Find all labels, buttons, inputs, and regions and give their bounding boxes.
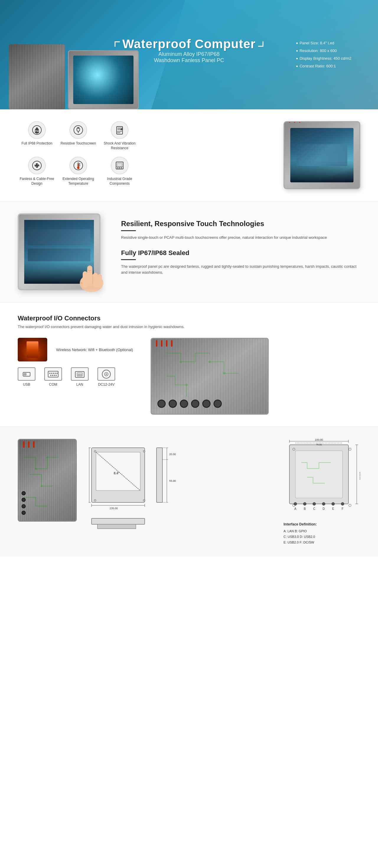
fanless-icon [28, 157, 46, 174]
ip68-icon: IP68 [28, 121, 46, 139]
features-section: IP68 Full IP68 Protection Resistive Touc… [0, 110, 378, 201]
spec-item-2: Resolution: 800 x 600 [296, 47, 351, 55]
feature-ip68: IP68 Full IP68 Protection [18, 121, 56, 151]
touch-divider-2 [121, 259, 136, 260]
svg-rect-30 [98, 274, 102, 287]
svg-text:8.4": 8.4" [114, 471, 120, 475]
hero-subtitle-line2: Washdown Fanless Panel PC [114, 57, 263, 64]
feature-fanless: Fanless & Cable-Free Design [18, 157, 56, 186]
io-section: Waterproof I/O Connectors The waterproof… [0, 303, 378, 427]
spec-top-view: 100.00 75.00 100.00 A B C D E [283, 439, 360, 517]
features-device-screen [290, 128, 353, 182]
svg-point-113 [322, 502, 325, 505]
svg-text:F: F [342, 507, 343, 510]
svg-text:55.00: 55.00 [169, 479, 176, 482]
io-left: Wireless Network: Wifi + Bluetooth (Opti… [18, 338, 133, 386]
svg-text:C: C [313, 507, 315, 510]
spec-interface-item-1: C: USB3.0 D: USB2.0 [283, 534, 360, 540]
feature-temp-label: Extended Operating Temperature [59, 177, 98, 186]
feature-shock-label: Shock And Vibration Resistance [100, 141, 139, 150]
io-device-image [150, 338, 269, 415]
feature-fanless-label: Fanless & Cable-Free Design [18, 177, 56, 186]
spec-diagram-row-1: 8.4" 235.00 185.00 [89, 439, 272, 511]
svg-point-43 [50, 375, 51, 376]
svg-text:100.00: 100.00 [359, 472, 360, 480]
touch-divider-1 [121, 230, 136, 231]
dc-icon [98, 367, 115, 381]
touch-desc-1: Resistive single-touch or PCAP multi-tou… [121, 235, 360, 241]
io-port-lan-label: LAN [76, 382, 83, 386]
svg-text:100.00: 100.00 [315, 439, 323, 441]
svg-text:IP68: IP68 [35, 130, 40, 132]
usb-icon [18, 367, 35, 381]
svg-rect-87 [98, 524, 136, 529]
svg-point-22 [117, 167, 118, 168]
io-content: Wireless Network: Wifi + Bluetooth (Opti… [18, 338, 360, 415]
industrial-icon [111, 157, 129, 174]
svg-text:75.00: 75.00 [316, 443, 322, 446]
svg-rect-51 [81, 374, 82, 376]
io-port-com: COM [44, 367, 62, 386]
svg-text:B: B [304, 507, 306, 510]
svg-point-39 [51, 373, 52, 374]
io-port-usb: USB [18, 367, 35, 386]
svg-point-24 [121, 167, 122, 168]
svg-point-114 [332, 502, 335, 505]
svg-point-45 [54, 375, 55, 376]
touch-section: Resilient, Responsive Touch Technologies… [0, 202, 378, 302]
svg-point-112 [313, 502, 316, 505]
spec-item-3: Display Brightness: 450 cd/m2 [296, 55, 351, 62]
svg-point-23 [119, 167, 120, 168]
svg-rect-89 [295, 451, 343, 498]
io-desc: The waterproof I/O connectors prevent da… [18, 324, 360, 329]
svg-text:E: E [332, 507, 334, 510]
device-antennas [289, 121, 300, 123]
svg-point-42 [57, 373, 58, 374]
touch-heading-1: Resilient, Responsive Touch Technologies [121, 220, 360, 228]
spec-interface-table: Interface Definition: A: LAN B: GPIO C: … [283, 521, 360, 545]
svg-point-2 [74, 126, 83, 134]
touch-desc-2: The waterproof panel pc are designed fan… [121, 264, 360, 276]
spec-side-view: 20.00 55.00 [152, 439, 176, 511]
io-port-com-label: COM [49, 382, 57, 386]
svg-rect-50 [79, 374, 80, 376]
io-wifi-label: Wireless Network: Wifi + Bluetooth (Opti… [56, 347, 133, 352]
svg-rect-21 [117, 163, 122, 167]
svg-point-101 [349, 448, 351, 451]
svg-rect-29 [93, 273, 98, 287]
svg-point-41 [55, 373, 56, 374]
svg-point-5 [78, 128, 79, 129]
spec-interface-item-0: A: LAN B: GPIO [283, 528, 360, 534]
io-port-dc: DC12-24V [98, 367, 115, 386]
svg-point-38 [49, 373, 50, 374]
feature-shock: Shock And Vibration Resistance [100, 121, 139, 151]
feature-industrial-label: Industrial Grade Components [100, 177, 139, 186]
svg-point-61 [41, 485, 42, 487]
features-device-image [283, 121, 360, 189]
spec-side-connectors [22, 491, 26, 515]
spec-item-4: Contrast Ratio: 600:1 [296, 62, 351, 70]
svg-point-103 [349, 504, 351, 506]
feature-temperature: Extended Operating Temperature [59, 157, 98, 186]
hero-specs: Panel Size: 8.4" Led Resolution: 800 x 6… [296, 39, 351, 70]
feature-ip68-label: Full IP68 Protection [22, 141, 53, 146]
lan-icon [71, 367, 89, 381]
spec-interface-item-2: E: USB2.0 F: DC/SW [283, 540, 360, 545]
device-screen-content [290, 128, 353, 182]
spec-diagrams: 8.4" 235.00 185.00 [89, 439, 272, 533]
spec-right-col: 100.00 75.00 100.00 A B C D E [283, 439, 360, 545]
feature-touchscreen: Resistive Touchscreen [59, 121, 98, 151]
svg-point-44 [52, 375, 53, 376]
svg-point-111 [303, 502, 306, 505]
svg-rect-37 [48, 371, 58, 377]
svg-point-57 [223, 372, 225, 374]
svg-point-58 [185, 383, 188, 386]
touchscreen-icon [69, 121, 87, 139]
spec-bottom-view [89, 517, 272, 533]
device-back [9, 44, 65, 110]
io-port-dc-label: DC12-24V [98, 382, 114, 386]
io-title: Waterproof I/O Connectors [18, 314, 360, 322]
svg-rect-86 [92, 518, 145, 524]
io-wifi-row: Wireless Network: Wifi + Bluetooth (Opti… [18, 338, 133, 362]
shock-icon [111, 121, 129, 139]
